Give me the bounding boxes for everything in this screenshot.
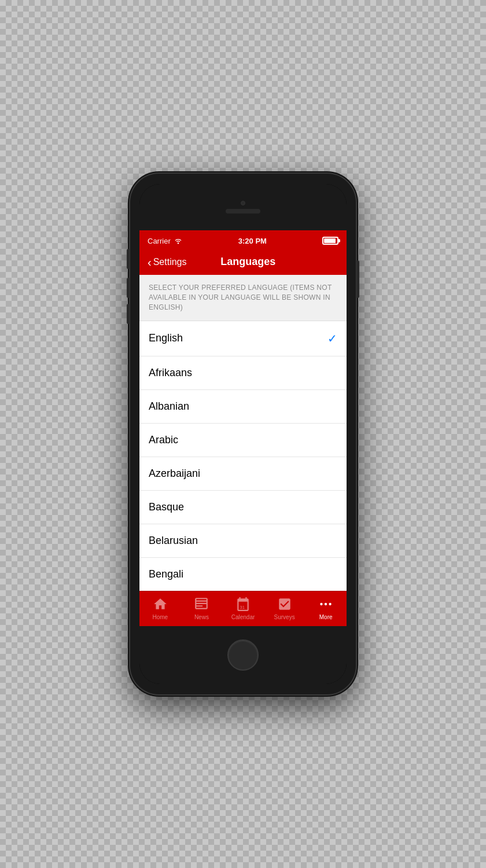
- phone-frame: Carrier 3:20 PM: [130, 174, 356, 694]
- language-item-afrikaans[interactable]: Afrikaans: [139, 356, 347, 390]
- tab-home[interactable]: Home: [139, 596, 181, 620]
- status-bar: Carrier 3:20 PM: [139, 230, 347, 251]
- language-item-albanian[interactable]: Albanian: [139, 390, 347, 424]
- svg-text:31: 31: [240, 604, 245, 609]
- carrier-info: Carrier: [148, 237, 183, 245]
- section-header-text: SELECT YOUR PREFERRED LANGUAGE (ITEMS NO…: [149, 283, 337, 312]
- language-name-english: English: [149, 332, 183, 344]
- carrier-label: Carrier: [148, 237, 171, 245]
- tab-surveys[interactable]: Surveys: [264, 596, 305, 620]
- back-button[interactable]: ‹ Settings: [148, 256, 186, 268]
- tab-news[interactable]: News: [181, 596, 223, 620]
- page-title: Languages: [220, 256, 275, 268]
- language-name-afrikaans: Afrikaans: [149, 367, 192, 379]
- tab-calendar-label: Calendar: [231, 614, 255, 620]
- language-name-arabic: Arabic: [149, 434, 178, 446]
- tab-more-label: More: [319, 614, 333, 620]
- camera: [241, 201, 245, 205]
- battery-icon: [322, 237, 338, 245]
- home-button[interactable]: [227, 639, 259, 671]
- svg-point-2: [325, 603, 327, 605]
- tab-calendar[interactable]: 31 Calendar: [222, 596, 264, 620]
- language-name-basque: Basque: [149, 501, 184, 513]
- status-time: 3:20 PM: [238, 237, 267, 245]
- language-name-albanian: Albanian: [149, 400, 189, 413]
- speaker: [226, 209, 260, 214]
- bottom-bezel: [139, 626, 347, 684]
- battery-fill: [324, 238, 336, 243]
- surveys-icon: [277, 596, 293, 612]
- wifi-icon: [174, 237, 183, 244]
- language-item-arabic[interactable]: Arabic: [139, 424, 347, 457]
- battery-indicator: [322, 237, 338, 245]
- svg-point-1: [320, 603, 322, 605]
- language-list: English ✓ Afrikaans Albanian Arabic Azer…: [139, 321, 347, 591]
- calendar-icon: 31: [235, 596, 251, 612]
- checkmark-icon: ✓: [327, 332, 337, 345]
- navigation-bar: ‹ Settings Languages: [139, 251, 347, 275]
- back-label: Settings: [153, 257, 187, 267]
- back-chevron-icon: ‹: [148, 256, 152, 268]
- home-icon: [152, 596, 168, 612]
- language-item-belarusian[interactable]: Belarusian: [139, 524, 347, 558]
- more-icon: [318, 596, 334, 612]
- language-name-belarusian: Belarusian: [149, 535, 198, 547]
- language-item-azerbaijani[interactable]: Azerbaijani: [139, 457, 347, 491]
- screen-content: Carrier 3:20 PM: [139, 230, 347, 626]
- tab-home-label: Home: [152, 614, 168, 620]
- tab-news-label: News: [194, 614, 209, 620]
- phone-screen: Carrier 3:20 PM: [139, 184, 347, 683]
- tab-more[interactable]: More: [305, 596, 347, 620]
- section-header: SELECT YOUR PREFERRED LANGUAGE (ITEMS NO…: [139, 275, 347, 321]
- top-bezel: [139, 184, 347, 230]
- language-name-bengali: Bengali: [149, 568, 183, 580]
- language-item-bengali[interactable]: Bengali: [139, 558, 347, 591]
- language-name-azerbaijani: Azerbaijani: [149, 468, 200, 480]
- news-icon: [193, 596, 209, 612]
- tab-surveys-label: Surveys: [274, 614, 295, 620]
- svg-point-3: [329, 603, 332, 605]
- language-item-basque[interactable]: Basque: [139, 491, 347, 524]
- language-item-english[interactable]: English ✓: [139, 321, 347, 356]
- tab-bar: Home News 31: [139, 591, 347, 626]
